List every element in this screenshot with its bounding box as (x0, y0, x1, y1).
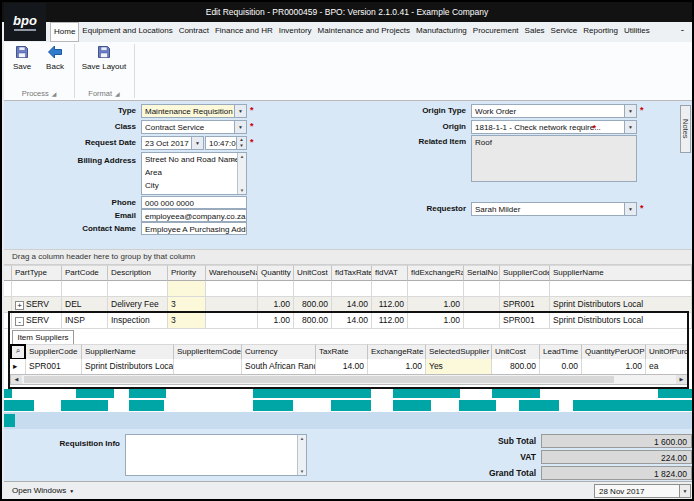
cell-taxrate[interactable]: 14.00 (316, 359, 368, 375)
related-item-field[interactable]: Roof (471, 135, 637, 182)
cell-selectedsupplier[interactable]: Yes (426, 359, 492, 375)
column-header-suppliercode[interactable]: SupplierCode (26, 344, 82, 360)
tab-home[interactable]: Home (50, 22, 79, 42)
expand-icon[interactable]: + (15, 301, 24, 310)
cell-quantityperuop[interactable]: 1.00 (582, 359, 646, 375)
cell-fldvat[interactable]: 112.00 (372, 297, 408, 313)
scrollbar-vertical[interactable]: ▲ ▼ (237, 153, 246, 194)
class-field[interactable]: Contract Service ▼ (141, 120, 247, 134)
filter-cell[interactable] (62, 281, 108, 297)
column-header-exchangerate[interactable]: ExchangeRate (368, 344, 426, 360)
chevron-down-icon[interactable]: ▼ (624, 121, 636, 133)
tab-equipment-and-locations[interactable]: Equipment and Locations (79, 22, 175, 42)
cell-warehousename[interactable] (206, 297, 258, 313)
column-header-warehousename[interactable]: WarehouseName (206, 265, 258, 281)
chevron-down-icon[interactable]: ▼ (234, 121, 246, 133)
column-header-quantity[interactable]: Quantity (258, 265, 294, 281)
column-header-serialno[interactable]: SerialNo (464, 265, 500, 281)
cell-currency[interactable]: South African Rand (242, 359, 316, 375)
cell-fldvat[interactable]: 112.00 (372, 313, 408, 329)
cell-parttype[interactable]: +SERV (12, 297, 62, 313)
request-time-field[interactable]: 10:47:02 AM ▲▼ (205, 136, 247, 150)
tab-utilities[interactable]: Utilities (621, 22, 653, 42)
chevron-down-icon[interactable]: ▼ (234, 105, 246, 117)
cell-exchangerate[interactable]: 1.00 (368, 359, 426, 375)
cell-serialno[interactable] (464, 313, 500, 329)
tab-procurement[interactable]: Procurement (470, 22, 522, 42)
detail-row[interactable]: ▸ SPR001 Sprint Distributors Local South… (10, 359, 688, 375)
column-header-suppliername[interactable]: SupplierName (82, 344, 174, 360)
chevron-down-icon[interactable]: ▼ (624, 203, 636, 215)
billing-address-field[interactable]: Street No and Road Name Area City ⌕ ▲ ▼ (141, 152, 247, 195)
cell-description[interactable]: Inspection (108, 313, 168, 329)
tab-service[interactable]: Service (548, 22, 581, 42)
column-header-currency[interactable]: Currency (242, 344, 316, 360)
tab-contract[interactable]: Contract (176, 22, 212, 42)
scroll-down-icon[interactable]: ▼ (298, 469, 306, 474)
cell-fldexchangerate[interactable]: 1.00 (408, 313, 464, 329)
back-button[interactable]: Back (40, 44, 70, 71)
cell-unitcost[interactable]: 800.00 (294, 297, 332, 313)
column-header-description[interactable]: Description (108, 265, 168, 281)
cell-description[interactable]: Delivery Fee (108, 297, 168, 313)
origin-type-field[interactable]: Work Order ▼ (471, 104, 637, 118)
tab-inventory[interactable]: Inventory (276, 22, 315, 42)
open-windows-button[interactable]: Open Windows▼ (12, 486, 74, 495)
scroll-up-icon[interactable]: ▲ (238, 154, 246, 159)
cell-supplieritemcode[interactable] (174, 359, 242, 375)
requestor-field[interactable]: Sarah Milder ▼ (471, 202, 637, 216)
column-header-leadtime[interactable]: LeadTime (540, 344, 582, 360)
column-header-unitofpurchase[interactable]: UnitOfPurchase (646, 344, 688, 360)
cell-unitofpurchase[interactable]: ea (646, 359, 688, 375)
table-row[interactable]: +SERV DEL Delivery Fee 3 1.00 800.00 14.… (4, 297, 694, 313)
dialog-launcher-icon[interactable]: ◢ (115, 91, 120, 97)
cell-fldexchangerate[interactable]: 1.00 (408, 297, 464, 313)
collapse-icon[interactable]: - (15, 317, 24, 326)
email-field[interactable]: employeea@company.co.za (141, 209, 247, 222)
grid-group-panel[interactable]: Drag a column header here to group by th… (4, 249, 694, 265)
filter-cell[interactable] (4, 281, 12, 297)
tab-item-suppliers[interactable]: Item Suppliers (12, 330, 74, 344)
cell-partcode[interactable]: DEL (62, 297, 108, 313)
scroll-down-icon[interactable]: ▼ (238, 188, 246, 193)
chevron-down-icon[interactable]: ▼ (191, 137, 203, 149)
ribbon-minimize-button[interactable]: - (681, 24, 684, 35)
cell-suppliername[interactable]: Sprint Distributors Local (82, 359, 174, 375)
column-header-fldvat[interactable]: fldVAT (372, 265, 408, 281)
origin-field[interactable]: 1818-1-1 - Check network require... * ▼ (471, 120, 637, 134)
column-header-fldexchangerate[interactable]: fldExchangeRate (408, 265, 464, 281)
filter-cell[interactable] (550, 281, 692, 297)
column-header-supplieritemcode[interactable]: SupplierItemCode (174, 344, 242, 360)
cell-suppliercode[interactable]: SPR001 (500, 313, 550, 329)
cell-parttype[interactable]: -SERV (12, 313, 62, 329)
cell-serialno[interactable] (464, 297, 500, 313)
cell-unitcost[interactable]: 800.00 (492, 359, 540, 375)
request-date-field[interactable]: 23 Oct 2017 ▼ (141, 136, 204, 150)
cell-priority[interactable]: 3 (168, 297, 206, 313)
filter-cell[interactable] (408, 281, 464, 297)
dialog-launcher-icon[interactable]: ◢ (52, 91, 57, 97)
save-layout-button[interactable]: Save Layout (78, 44, 130, 71)
status-date-field[interactable]: 28 Nov 2017 ▼ (594, 484, 691, 498)
spin-down-icon[interactable]: ▼ (239, 143, 243, 148)
chevron-down-icon[interactable]: ▼ (624, 105, 636, 117)
filter-cell[interactable] (206, 281, 258, 297)
column-header-suppliercode[interactable]: SupplierCode (500, 265, 550, 281)
cell-fldtaxrate[interactable]: 14.00 (332, 313, 372, 329)
cell-partcode[interactable]: INSP (62, 313, 108, 329)
tab-manufacturing[interactable]: Manufacturing (413, 22, 470, 42)
filter-cell[interactable] (464, 281, 500, 297)
column-header-fldtaxrate[interactable]: fldTaxRate (332, 265, 372, 281)
requisition-info-field[interactable]: ▲ ▼ (125, 434, 307, 476)
filter-cell[interactable] (372, 281, 408, 297)
spinner-icon[interactable]: ▲▼ (236, 137, 246, 149)
tab-maintenance-and-projects[interactable]: Maintenance and Projects (315, 22, 414, 42)
cell-leadtime[interactable]: 0.00 (540, 359, 582, 375)
filter-cell[interactable] (294, 281, 332, 297)
cell-priority[interactable]: 3 (168, 313, 206, 329)
cell-suppliercode[interactable]: SPR001 (26, 359, 82, 375)
scroll-up-icon[interactable]: ▲ (298, 436, 306, 441)
phone-field[interactable]: 000 000 0000 (141, 196, 247, 209)
cell-warehousename[interactable] (206, 313, 258, 329)
cell-suppliername[interactable]: Sprint Distributors Local (550, 297, 692, 313)
